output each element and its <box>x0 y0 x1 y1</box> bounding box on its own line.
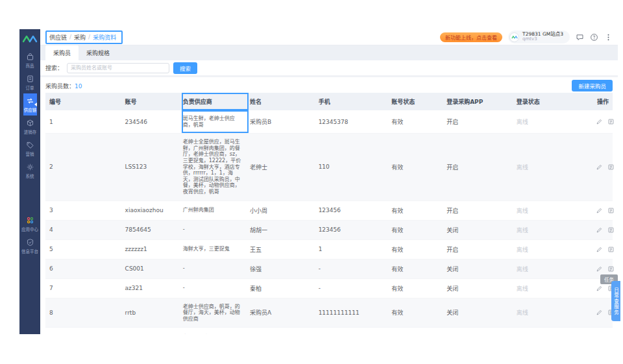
cell-app: 关闭 <box>445 220 515 239</box>
detail-icon[interactable] <box>607 246 615 253</box>
topbar-right: 新功能上线，点击查看 T29831 GM站点3 qmtv3 <box>440 30 613 43</box>
detail-icon[interactable] <box>607 207 615 214</box>
cell-status: 有效 <box>390 278 445 298</box>
cell-account: CS001 <box>124 259 182 278</box>
goods-icon <box>26 53 34 61</box>
sidebar-item-info-platform[interactable]: 信息平台 <box>21 235 39 257</box>
breadcrumb: 供应链 / 采购 / 采购资料 <box>45 30 123 44</box>
create-purchaser-button[interactable]: 新建采购员 <box>572 80 613 91</box>
detail-icon[interactable] <box>607 265 615 273</box>
cell-no: 3 <box>45 200 124 220</box>
cell-name: 老绅士 <box>249 134 317 200</box>
service-ribbon[interactable]: 日常查服务 <box>611 281 620 321</box>
detail-icon[interactable] <box>607 226 615 234</box>
table-row: 9buy老绅士供应商，sz采先生-有效开启离线 <box>45 328 613 334</box>
breadcrumb-separator: / <box>69 34 71 40</box>
table-header-row: 编号账号负责供应商姓名手机账号状态登录采购APP登录状态操作 <box>45 93 613 110</box>
cell-account: zzzzzz1 <box>124 239 182 259</box>
cell-suppliers: 海鲜大亨，三更捉鬼 <box>182 239 249 259</box>
sidebar-item-supply-chain[interactable]: 供应链 <box>23 93 37 115</box>
search-button[interactable]: 搜索 <box>173 62 197 74</box>
detail-icon[interactable] <box>607 334 615 334</box>
cell-status: 有效 <box>390 110 445 134</box>
cell-status: 有效 <box>390 239 445 259</box>
cell-account: rrtb <box>124 298 182 328</box>
breadcrumb-purchase-data[interactable]: 采购资料 <box>93 33 116 42</box>
cell-account: 234546 <box>124 110 182 134</box>
table-row: 47854645-胡胡一123456有效关闭离线 <box>45 220 613 239</box>
account-chip[interactable]: T29831 GM站点3 qmtv3 <box>508 30 570 43</box>
cell-no: 8 <box>45 298 124 328</box>
cell-login: 离线 <box>515 278 590 298</box>
cell-login: 离线 <box>515 200 590 220</box>
cell-login: 离线 <box>515 239 590 259</box>
more-menu-icon[interactable] <box>604 33 613 42</box>
sidebar-nav-bottom: 应用中心信息平台 <box>21 213 39 257</box>
cell-phone: - <box>317 259 391 278</box>
cell-login: 离线 <box>515 298 590 328</box>
cell-account: 7854645 <box>124 220 182 239</box>
edit-icon[interactable] <box>596 164 603 171</box>
cell-name: 采先生 <box>249 328 317 334</box>
edit-icon[interactable] <box>596 285 603 292</box>
cell-no: 1 <box>45 110 124 134</box>
breadcrumb-supply-chain[interactable]: 供应链 <box>49 33 67 42</box>
cell-status: 有效 <box>390 134 445 200</box>
cell-app: 开启 <box>445 134 515 200</box>
purchaser-table-body: 1234546斑马生鲜，老绅士供应商，帆哥采购员B12345378有效开启离线2… <box>45 110 613 334</box>
info-platform-icon <box>26 238 34 247</box>
tab-purchaser[interactable]: 采购员 <box>45 45 79 60</box>
cell-name: 王五 <box>249 239 317 259</box>
table-row: 1234546斑马生鲜，老绅士供应商，帆哥采购员B12345378有效开启离线 <box>45 110 613 134</box>
sidebar-nav: 商品订单供应链进销存营销系统 <box>23 49 37 182</box>
inventory-icon <box>26 119 34 127</box>
detail-icon[interactable] <box>607 164 615 171</box>
cell-status: 有效 <box>390 220 445 239</box>
sidebar-item-goods[interactable]: 商品 <box>23 49 37 71</box>
sidebar-item-orders[interactable]: 订单 <box>23 71 37 93</box>
edit-icon[interactable] <box>596 265 603 273</box>
sidebar-item-system[interactable]: 系统 <box>23 160 37 182</box>
detail-icon[interactable] <box>607 118 615 125</box>
brand-logo-icon[interactable] <box>22 34 38 44</box>
cell-status: 有效 <box>390 259 445 278</box>
new-feature-notice[interactable]: 新功能上线，点击查看 <box>440 32 502 42</box>
cell-no: 7 <box>45 278 124 298</box>
content: 采购员数：10 新建采购员 编号账号负责供应商姓名手机账号状态登录采购APP登录… <box>40 77 618 334</box>
sidebar-item-marketing[interactable]: 营销 <box>23 138 37 160</box>
cell-no: 9 <box>45 328 124 334</box>
breadcrumb-purchase[interactable]: 采购 <box>74 33 86 42</box>
edit-icon[interactable] <box>596 309 603 316</box>
edit-icon[interactable] <box>596 207 603 214</box>
search-row: 搜索： 搜索 <box>40 60 618 77</box>
cell-name: 小小周 <box>249 200 317 220</box>
cell-operations <box>590 134 613 200</box>
cell-suppliers: - <box>182 278 249 298</box>
edit-icon[interactable] <box>596 226 603 234</box>
cell-app: 开启 <box>445 110 515 134</box>
sidebar-item-inventory[interactable]: 进销存 <box>23 115 37 138</box>
cell-phone: 12345378 <box>317 110 391 134</box>
supply-chain-icon <box>26 97 34 105</box>
sidebar-item-app-center[interactable]: 应用中心 <box>21 213 39 235</box>
column-header: 登录采购APP <box>445 93 515 110</box>
tab-purchase-spec[interactable]: 采购规格 <box>79 45 117 60</box>
cell-status: 有效 <box>390 298 445 328</box>
help-icon[interactable] <box>590 33 598 42</box>
cell-name: 徐强 <box>249 259 317 278</box>
search-input[interactable] <box>67 63 169 73</box>
tab-bar: 采购员 采购规格 <box>40 45 618 60</box>
site-avatar <box>509 32 519 42</box>
cell-no: 4 <box>45 220 124 239</box>
column-header: 姓名 <box>249 93 317 110</box>
edit-icon[interactable] <box>596 334 603 334</box>
cell-operations <box>590 298 613 328</box>
message-icon[interactable] <box>576 33 584 42</box>
purchaser-count: 采购员数：10 <box>45 82 82 90</box>
cell-account: xiaoxiaozhou <box>124 200 182 220</box>
edit-icon[interactable] <box>596 118 603 125</box>
edit-icon[interactable] <box>596 246 603 253</box>
app-window: 商品订单供应链进销存营销系统 应用中心信息平台 供应链 / 采购 / 采购资料 … <box>19 29 618 334</box>
cell-login: 离线 <box>515 220 590 239</box>
sidebar-item-label: 订单 <box>26 84 34 90</box>
